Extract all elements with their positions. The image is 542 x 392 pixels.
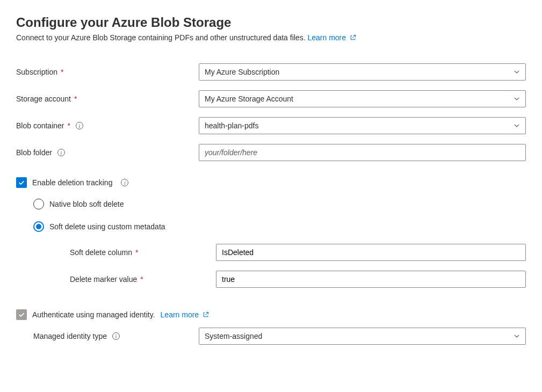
managed-identity-type-label: Managed identity type bbox=[33, 332, 107, 340]
blob-container-label: Blob container bbox=[16, 121, 64, 130]
chevron-down-icon bbox=[514, 122, 520, 129]
required-asterisk: * bbox=[74, 95, 77, 103]
radio-custom-label: Soft delete using custom metadata bbox=[49, 222, 165, 231]
chevron-down-icon bbox=[514, 96, 520, 102]
external-link-icon bbox=[203, 311, 209, 318]
managed-identity-type-value: System-assigned bbox=[205, 332, 262, 340]
blob-container-dropdown[interactable]: health-plan-pdfs bbox=[199, 117, 526, 134]
chevron-down-icon bbox=[514, 333, 520, 339]
info-icon[interactable]: i bbox=[121, 179, 128, 186]
managed-identity-label: Authenticate using managed identity. bbox=[32, 310, 155, 319]
auth-learn-more-link[interactable]: Learn more bbox=[161, 310, 209, 319]
subscription-value: My Azure Subscription bbox=[205, 68, 279, 76]
page-title: Configure your Azure Blob Storage bbox=[16, 15, 526, 30]
learn-more-link[interactable]: Learn more bbox=[307, 33, 356, 42]
info-icon[interactable]: i bbox=[57, 149, 65, 156]
info-icon[interactable]: i bbox=[112, 332, 120, 340]
radio-native-label: Native blob soft delete bbox=[49, 200, 124, 208]
blob-folder-input[interactable] bbox=[199, 144, 526, 161]
external-link-icon bbox=[350, 34, 356, 41]
managed-identity-checkbox[interactable] bbox=[16, 309, 27, 320]
enable-deletion-label: Enable deletion tracking bbox=[32, 178, 112, 187]
soft-delete-column-input[interactable] bbox=[216, 244, 526, 261]
info-icon[interactable]: i bbox=[76, 122, 83, 129]
radio-icon bbox=[33, 221, 44, 232]
blob-folder-label: Blob folder bbox=[16, 148, 52, 157]
enable-deletion-checkbox[interactable] bbox=[16, 177, 27, 188]
soft-delete-column-label: Soft delete column bbox=[70, 248, 132, 257]
storage-account-dropdown[interactable]: My Azure Storage Account bbox=[199, 90, 526, 107]
required-asterisk: * bbox=[135, 248, 138, 257]
required-asterisk: * bbox=[140, 275, 143, 284]
check-icon bbox=[18, 179, 25, 186]
radio-icon bbox=[33, 199, 44, 209]
blob-container-value: health-plan-pdfs bbox=[205, 121, 258, 130]
required-asterisk: * bbox=[61, 68, 63, 76]
delete-marker-label: Delete marker value bbox=[70, 275, 137, 284]
radio-custom-metadata[interactable]: Soft delete using custom metadata bbox=[33, 221, 526, 232]
storage-account-label: Storage account bbox=[16, 95, 71, 103]
radio-native-soft-delete[interactable]: Native blob soft delete bbox=[33, 199, 526, 209]
chevron-down-icon bbox=[514, 69, 520, 75]
check-icon bbox=[18, 311, 25, 318]
subscription-label: Subscription bbox=[16, 68, 57, 76]
subscription-dropdown[interactable]: My Azure Subscription bbox=[199, 63, 526, 81]
description-text: Connect to your Azure Blob Storage conta… bbox=[16, 33, 306, 42]
page-description: Connect to your Azure Blob Storage conta… bbox=[16, 33, 526, 42]
required-asterisk: * bbox=[68, 121, 70, 130]
storage-account-value: My Azure Storage Account bbox=[205, 95, 293, 103]
delete-marker-input[interactable] bbox=[216, 271, 526, 288]
managed-identity-type-dropdown[interactable]: System-assigned bbox=[199, 328, 526, 345]
